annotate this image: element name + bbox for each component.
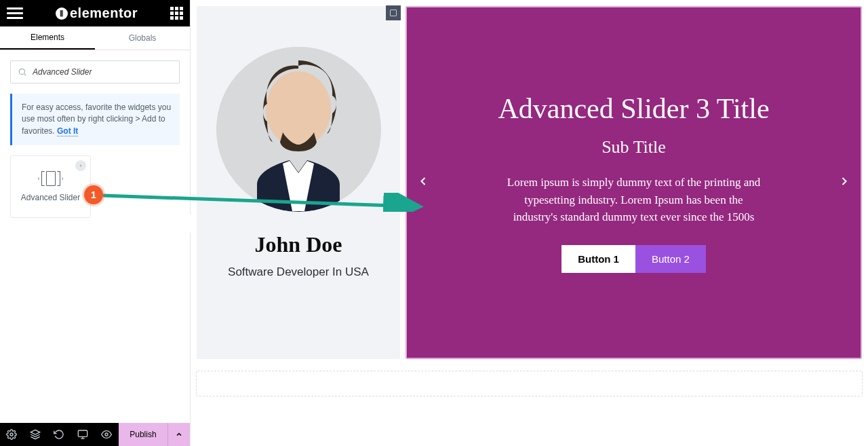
slide-button-1[interactable]: Button 1 <box>561 245 635 273</box>
slide-title: Advanced Slider 3 Title <box>498 92 769 125</box>
avatar-placeholder-icon <box>216 47 381 212</box>
member-name: John Doe <box>255 232 342 257</box>
publish-options-button[interactable] <box>167 423 190 446</box>
avatar-image <box>216 47 381 212</box>
slider-icon: ‹› <box>38 171 64 186</box>
settings-icon[interactable] <box>0 423 24 446</box>
responsive-icon[interactable] <box>71 423 95 446</box>
slider-prev-icon[interactable] <box>412 168 434 198</box>
elementor-sidebar: ⦀ elementor Elements Globals For easy ac… <box>0 0 191 446</box>
slide-description: Lorem ipsum is simply dummy text of the … <box>505 174 763 226</box>
column-1[interactable]: John Doe Software Developer In USA <box>197 6 400 359</box>
tab-elements[interactable]: Elements <box>0 26 95 50</box>
widget-advanced-slider[interactable]: ‹› Advanced Slider <box>10 155 91 218</box>
slider-next-icon[interactable] <box>833 168 855 198</box>
menu-icon[interactable] <box>7 5 23 22</box>
tab-globals[interactable]: Globals <box>95 26 190 50</box>
sidebar-footer: Publish <box>0 423 190 446</box>
slide-buttons: Button 1 Button 2 <box>561 245 706 273</box>
publish-button[interactable]: Publish <box>119 423 167 446</box>
brand-logo: ⦀ elementor <box>56 5 138 21</box>
brand-text: elementor <box>70 5 138 21</box>
sidebar-body: For easy access, favorite the widgets yo… <box>0 50 190 423</box>
history-icon[interactable] <box>47 423 71 446</box>
apps-grid-icon[interactable] <box>170 7 183 20</box>
sidebar-tabs: Elements Globals <box>0 26 190 50</box>
svg-line-1 <box>24 74 26 76</box>
editor-canvas: John Doe Software Developer In USA ＋ ⠿ ✕ <box>191 0 868 446</box>
tip-text: For easy access, favorite the widgets yo… <box>22 103 171 136</box>
search-icon <box>18 67 27 77</box>
svg-point-8 <box>105 433 108 436</box>
tip-dismiss-link[interactable]: Got It <box>57 126 78 136</box>
sidebar-header: ⦀ elementor <box>0 0 190 26</box>
svg-point-12 <box>266 71 331 147</box>
section[interactable]: John Doe Software Developer In USA ＋ ⠿ ✕ <box>196 5 863 360</box>
widget-label: Advanced Slider <box>21 193 80 202</box>
svg-rect-9 <box>391 10 397 16</box>
column-2-selected[interactable]: ＋ ⠿ ✕ Advanced Slider 3 Title Sub Title … <box>406 6 862 359</box>
navigator-icon[interactable] <box>24 423 47 446</box>
member-subtitle: Software Developer In USA <box>228 265 369 279</box>
column-handle-icon[interactable] <box>386 5 401 20</box>
svg-point-0 <box>19 69 24 74</box>
slide-button-2[interactable]: Button 2 <box>635 245 706 273</box>
svg-point-3 <box>10 433 13 436</box>
search-input[interactable] <box>33 67 172 77</box>
slide-subtitle: Sub Title <box>601 137 666 157</box>
favorites-tip: For easy access, favorite the widgets yo… <box>10 94 180 145</box>
advanced-slider-widget[interactable]: Advanced Slider 3 Title Sub Title Lorem … <box>407 7 861 358</box>
svg-rect-5 <box>79 430 87 436</box>
annotation-badge-1: 1 <box>84 185 103 204</box>
preview-icon[interactable] <box>95 423 119 446</box>
svg-point-2 <box>80 165 82 167</box>
team-member-widget[interactable]: John Doe Software Developer In USA <box>197 6 400 359</box>
add-section-dropzone[interactable] <box>196 371 863 396</box>
favorite-icon[interactable] <box>75 160 86 171</box>
widget-search[interactable] <box>10 60 180 83</box>
svg-marker-4 <box>31 430 40 434</box>
brand-mark: ⦀ <box>56 7 68 20</box>
